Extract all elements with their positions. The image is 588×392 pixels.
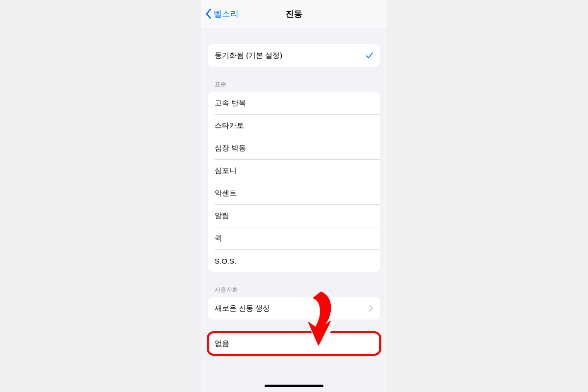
row-label: 심포니 <box>215 166 237 175</box>
row-label: S.O.S. <box>215 257 236 265</box>
section-header-custom: 사용자화 <box>215 286 373 294</box>
row-label: 퀵 <box>215 234 222 243</box>
row-label: 알림 <box>215 211 229 220</box>
row-label: 고속 반복 <box>215 98 246 108</box>
row-label: 새로운 진동 생성 <box>215 304 270 313</box>
section-header-standard: 표준 <box>215 80 373 89</box>
nav-title: 진동 <box>286 8 302 20</box>
row-label: 없음 <box>215 339 229 348</box>
phone-screen: 벨소리 진동 동기화됨 (기본 설정) 표준 고속 반복 <box>201 0 387 392</box>
row-rapid[interactable]: 고속 반복 <box>208 92 380 114</box>
row-label: 심장 박동 <box>215 144 246 153</box>
checkmark-icon <box>366 51 373 59</box>
group-synced: 동기화됨 (기본 설정) <box>208 44 380 67</box>
home-indicator <box>265 385 323 387</box>
chevron-right-icon <box>368 304 373 312</box>
row-sos[interactable]: S.O.S. <box>208 249 380 272</box>
group-none: 없음 <box>208 332 380 355</box>
row-label: 악센트 <box>215 189 237 198</box>
group-custom: 새로운 진동 생성 <box>208 297 380 319</box>
back-label: 벨소리 <box>214 8 239 20</box>
stage: 벨소리 진동 동기화됨 (기본 설정) 표준 고속 반복 <box>0 0 588 392</box>
row-staccato[interactable]: 스타카토 <box>208 114 380 137</box>
chevron-left-icon <box>205 8 212 19</box>
row-label: 동기화됨 (기본 설정) <box>215 51 282 60</box>
group-standard: 고속 반복 스타카토 심장 박동 심포니 악센트 알림 퀵 <box>208 92 380 272</box>
nav-bar: 벨소리 진동 <box>201 0 387 28</box>
row-create-new-vibration[interactable]: 새로운 진동 생성 <box>208 297 380 319</box>
row-label: 스타카토 <box>215 121 244 130</box>
row-alert[interactable]: 알림 <box>208 204 380 227</box>
row-none[interactable]: 없음 <box>208 332 380 355</box>
row-heartbeat[interactable]: 심장 박동 <box>208 137 380 159</box>
row-accent[interactable]: 악센트 <box>208 182 380 204</box>
row-synced-default[interactable]: 동기화됨 (기본 설정) <box>208 44 380 67</box>
row-quick[interactable]: 퀵 <box>208 227 380 249</box>
back-button[interactable]: 벨소리 <box>205 0 239 27</box>
content-area: 동기화됨 (기본 설정) 표준 고속 반복 스타카토 심장 박동 <box>201 27 387 392</box>
row-symphony[interactable]: 심포니 <box>208 159 380 182</box>
